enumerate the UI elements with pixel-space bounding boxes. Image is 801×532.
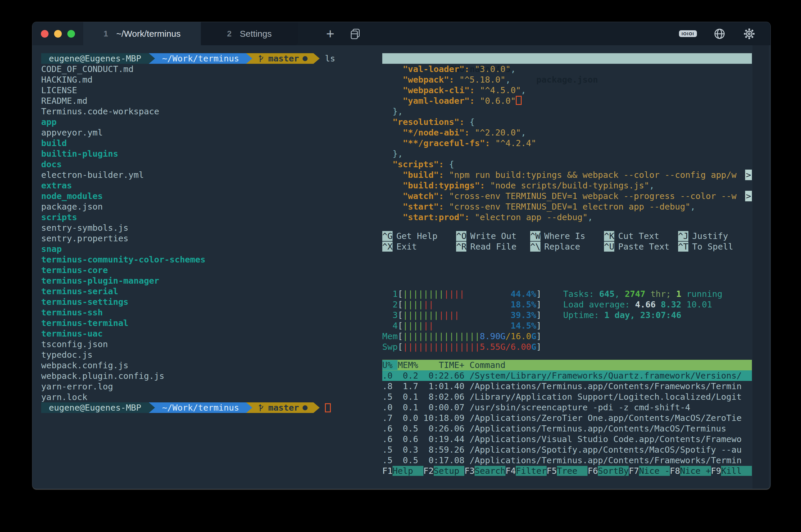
fkey-button[interactable]: F7Nice - [629, 466, 670, 476]
file-entry: sentry-symbols.js [41, 223, 373, 233]
file-entry: terminus-serial [41, 286, 373, 297]
process-row[interactable]: .6 0.6 0:19.44 /Applications/Visual Stud… [382, 434, 752, 444]
nano-shortcut[interactable]: ^XExit [382, 241, 456, 252]
prompt-path-segment: ~/Work/terminus [155, 402, 246, 413]
nano-line: "**/graceful-fs": "^4.2.4" [382, 138, 752, 148]
tab-settings[interactable]: 2 Settings [201, 22, 298, 45]
nano-section: GNU nano 4.5 package.json "val-loader": … [382, 53, 752, 252]
fkey-button[interactable]: F4Filter [505, 466, 547, 476]
file-entry: yarn-error.log [41, 381, 373, 392]
process-row[interactable]: .7 0.0 10:18.09 /Applications/ZeroTier O… [382, 413, 752, 423]
file-entry: terminus-settings [41, 297, 373, 307]
process-row[interactable]: .5 0.5 0:17.08 /Applications/Terminus.ap… [382, 455, 752, 466]
right-terminal-pane[interactable]: GNU nano 4.5 package.json "val-loader": … [373, 45, 770, 489]
globe-icon[interactable] [713, 27, 726, 41]
file-entry: appveyor.yml [41, 127, 373, 138]
fkey-button[interactable]: F5Tree [547, 466, 588, 476]
file-entry: HACKING.md [41, 74, 373, 85]
serial-port-icon[interactable]: IOIOI [679, 30, 697, 37]
process-row[interactable]: .5 0.1 8:02.06 /Library/Application Supp… [382, 392, 752, 402]
nano-line: }, [382, 106, 752, 117]
nano-line: "resolutions": { [382, 117, 752, 127]
close-button[interactable] [41, 30, 49, 38]
file-entry: terminus-terminal [41, 318, 373, 328]
nano-titlebar: GNU nano 4.5 package.json [382, 53, 752, 64]
minimize-button[interactable] [54, 30, 62, 38]
process-row[interactable]: .0 0.1 0:00.07 /usr/sbin/screencapture -… [382, 402, 752, 413]
process-row[interactable]: .6 0.5 0:26.06 /Applications/Terminus.ap… [382, 423, 752, 434]
prompt-user-segment: eugene@Eugenes-MBP [41, 402, 149, 413]
fkey-button[interactable]: F2Setup [424, 466, 465, 476]
fkey-button[interactable]: F3Search [464, 466, 505, 476]
shell-prompt: eugene@Eugenes-MBP ~/Work/terminus maste… [41, 402, 373, 413]
htop-stat-line: Load average: 4.66 8.32 10.01 [563, 299, 722, 310]
nano-shortcut[interactable]: ^WWhere Is [530, 231, 604, 241]
fkey-button[interactable]: F1Help [382, 466, 424, 476]
htop-header: 1[|||||||||||| 44.4%] 2[|||||| 18.5%] 3[… [382, 289, 752, 352]
process-table: U% MEM% TIME+ Command.0 0.2 0:22.66 /Sys… [382, 360, 752, 466]
file-entry: README.md [41, 96, 373, 106]
tab-number: 1 [104, 29, 108, 38]
process-row[interactable]: .8 1.7 1:01.40 /Applications/Terminus.ap… [382, 381, 752, 392]
nano-line: "build": "npm run build:typings && webpa… [382, 170, 752, 180]
nano-cursor [516, 96, 522, 105]
nano-shortcut[interactable]: ^JJustify [678, 231, 752, 241]
file-entry: terminus-core [41, 265, 373, 276]
file-entry: terminus-uac [41, 328, 373, 339]
tab-terminal[interactable]: 1 ~/Work/terminus [83, 22, 201, 45]
process-row[interactable]: .5 0.3 8:59.26 /Applications/Spotify.app… [382, 444, 752, 455]
prompt-git-segment: master [252, 402, 314, 413]
split-pane-icon[interactable] [349, 27, 361, 40]
git-dirty-dot-icon [302, 405, 308, 410]
nano-shortcut[interactable]: ^\Replace [530, 241, 604, 252]
nano-line: "start": "cross-env TERMINUS_DEV=1 elect… [382, 201, 752, 212]
nano-line: "webpack-cli": "^4.5.0", [382, 85, 752, 96]
terminal-pane[interactable]: eugene@Eugenes-MBP ~/Work/terminus maste… [32, 45, 373, 489]
fkey-button[interactable]: F9Kill [711, 466, 752, 476]
htop-meter: 2[|||||| 18.5%] [382, 299, 541, 310]
gear-icon[interactable] [742, 27, 756, 41]
file-entry: scripts [41, 212, 373, 223]
file-entry: docs [41, 159, 373, 170]
tab-title: ~/Work/terminus [116, 29, 181, 39]
nano-shortcut-bar: ^GGet Help^OWrite Out^WWhere Is^KCut Tex… [382, 231, 752, 252]
nano-editor[interactable]: "val-loader": "3.0.0", "webpack": "^5.18… [382, 64, 752, 223]
process-row[interactable]: .0 0.2 0:22.66 /System/Library/Framework… [382, 370, 752, 381]
fkey-button[interactable]: F8Nice + [670, 466, 711, 476]
prompt-git-segment: master [252, 53, 314, 64]
nano-line: "webpack": "^5.18.0", [382, 74, 752, 85]
tab-bar: 1 ~/Work/terminus 2 Settings + IOIOI [32, 22, 770, 45]
file-entry: extras [41, 180, 373, 191]
tab-number: 2 [227, 29, 232, 38]
fkey-button[interactable]: F6SortBy [588, 466, 629, 476]
process-table-header[interactable]: U% MEM% TIME+ Command [382, 360, 752, 370]
nano-shortcut[interactable]: ^RRead File [456, 241, 530, 252]
nano-line: "scripts": { [382, 159, 752, 170]
htop-function-key-bar: F1Help F2Setup F3SearchF4FilterF5Tree F6… [382, 466, 752, 476]
htop-meter: 1[|||||||||||| 44.4%] [382, 289, 541, 299]
file-entry: build [41, 138, 373, 148]
toolbar-icons: IOIOI [679, 22, 756, 45]
nano-shortcut[interactable]: ^UPaste Text [604, 241, 678, 252]
nano-shortcut[interactable]: ^GGet Help [382, 231, 456, 241]
file-entry: LICENSE [41, 85, 373, 96]
nano-line: "yaml-loader": "0.6.0" [382, 96, 752, 106]
zoom-button[interactable] [67, 30, 75, 38]
file-entry: yarn.lock [41, 392, 373, 402]
file-entry: typedoc.js [41, 349, 373, 360]
new-tab-button[interactable]: + [326, 27, 334, 41]
file-entry: terminus-community-color-schemes [41, 254, 373, 265]
htop-section: 1[|||||||||||| 44.4%] 2[|||||| 18.5%] 3[… [382, 289, 752, 476]
file-entry: CODE_OF_CONDUCT.md [41, 64, 373, 74]
nano-shortcut[interactable]: ^KCut Text [604, 231, 678, 241]
nano-line: "build:typings": "node scripts/build-typ… [382, 180, 752, 191]
git-branch-icon [258, 54, 265, 63]
htop-meter: Mem[|||||||||||||||8.90G/16.0G] [382, 331, 541, 342]
nano-shortcut[interactable]: ^TTo Spell [678, 241, 752, 252]
tabbar-spacer [361, 22, 679, 45]
nano-shortcut[interactable]: ^OWrite Out [456, 231, 530, 241]
terminus-window: 1 ~/Work/terminus 2 Settings + IOIOI [32, 22, 770, 489]
file-entry: webpack.plugin.config.js [41, 370, 373, 381]
nano-line: "start:prod": "electron app --debug", [382, 212, 752, 223]
htop-meter: 3[||||||||||| 39.3%] [382, 310, 541, 320]
